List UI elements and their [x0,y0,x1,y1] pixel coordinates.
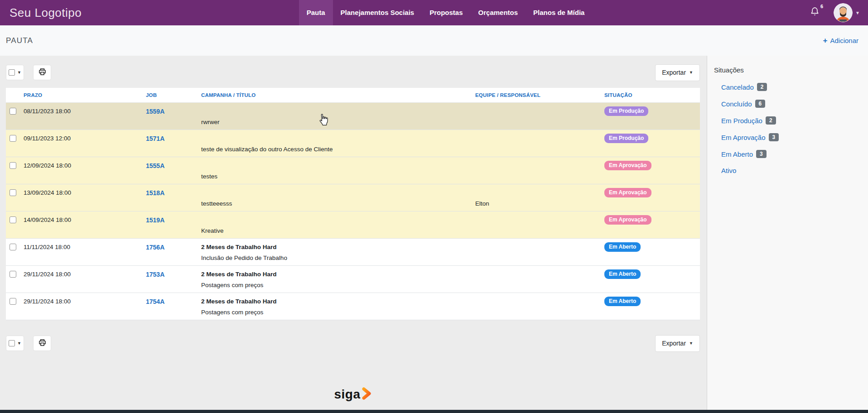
printer-icon [38,338,47,349]
nav-item[interactable]: Propostas [422,0,470,25]
status-badge: Em Aberto [604,242,641,252]
status-badge: Em Aprovação [604,188,651,197]
add-button-label: Adicionar [830,37,858,44]
add-button[interactable]: + Adicionar [823,37,858,44]
row-checkbox-cell [6,184,20,211]
export-button[interactable]: Exportar ▼ [655,335,700,352]
row-equipe-cell: Elton [472,184,601,211]
table-row[interactable]: 14/09/2024 18:00 1519A Kreative Em Aprov… [6,211,700,239]
job-link[interactable]: 1756A [146,244,164,251]
app-page: Seu Logotipo Pauta Planejamentos Sociais… [0,0,868,413]
situation-link[interactable]: Concluído [721,100,752,108]
select-all-dropdown-button[interactable]: ▼ [6,336,24,351]
table-row[interactable]: 12/09/2024 18:00 1555A testes Em Aprovaç… [6,157,700,184]
column-header-prazo[interactable]: PRAZO [20,88,142,103]
row-checkbox[interactable] [10,189,16,196]
table-row[interactable]: 11/11/2024 18:00 1756A 2 Meses de Trabal… [6,239,700,266]
siga-chevron-icon [362,387,372,402]
row-job-cell: 1754A [142,293,198,320]
notification-count-badge: 6 [820,4,823,9]
row-checkbox-cell [6,130,20,157]
row-equipe-cell [472,293,601,320]
row-checkbox[interactable] [10,244,16,250]
row-campanha-cell: rwrwer [198,103,472,130]
row-subtitulo: teste de visualização do outro Acesso de… [201,146,333,153]
chevron-down-icon: ▼ [689,70,693,75]
situation-link[interactable]: Em Aberto [721,150,753,158]
situation-item: Em Produção 2 [721,116,863,125]
row-prazo: 11/11/2024 18:00 [24,244,70,250]
select-all-checkbox[interactable] [9,69,15,76]
situation-count-badge: 6 [755,100,766,108]
situation-link[interactable]: Ativo [721,167,736,174]
pauta-table: PRAZO JOB CAMPANHA / TÍTULO EQUIPE / RES… [6,88,700,320]
job-link[interactable]: 1519A [146,216,164,224]
situation-link[interactable]: Em Produção [721,117,762,125]
export-button[interactable]: Exportar ▼ [655,64,700,81]
row-checkbox[interactable] [10,298,16,305]
row-checkbox[interactable] [10,135,16,142]
row-situacao-cell: Em Aberto [601,266,700,293]
row-prazo: 13/09/2024 18:00 [24,189,71,196]
chevron-down-icon: ▼ [17,70,21,75]
column-header-campanha[interactable]: CAMPANHA / TÍTULO [198,88,472,103]
nav-item-label: Planos de Mídia [533,9,584,16]
nav-item[interactable]: Planos de Mídia [526,0,592,25]
nav-item[interactable]: Planejamentos Sociais [333,0,422,25]
row-job-cell: 1559A [142,103,198,130]
row-checkbox-cell [6,103,20,130]
row-subtitulo: Inclusão de Pedido de Trabalho [201,255,287,261]
job-link[interactable]: 1754A [146,298,164,305]
table-row[interactable]: 29/11/2024 18:00 1753A 2 Meses de Trabal… [6,266,700,293]
row-prazo: 14/09/2024 18:00 [24,216,71,223]
row-checkbox[interactable] [10,271,16,278]
row-campanha-cell: testes [198,157,472,184]
header-checkbox-col [6,88,20,103]
print-button[interactable] [33,65,51,80]
select-all-checkbox[interactable] [9,340,15,346]
export-button-label: Exportar [662,340,686,347]
row-situacao-cell: Em Aprovação [601,211,700,239]
user-menu[interactable]: ▼ [834,3,860,22]
row-checkbox[interactable] [10,216,16,223]
nav-item[interactable]: Pauta [299,0,333,25]
table-row[interactable]: 08/11/2023 18:00 1559A rwrwer Em Produçã… [6,103,700,130]
row-prazo: 29/11/2024 18:00 [24,298,71,305]
situation-item: Em Aprovação 3 [721,133,863,141]
row-checkbox[interactable] [10,108,16,115]
row-titulo: 2 Meses de Trabalho Hard [201,271,277,278]
nav-item[interactable]: Orçamentos [471,0,526,25]
table-row[interactable]: 09/11/2023 12:00 1571A teste de visualiz… [6,130,700,157]
column-header-situacao[interactable]: SITUAÇÃO [601,88,700,103]
row-checkbox-cell [6,266,20,293]
status-badge: Em Aberto [604,269,641,279]
app-logo[interactable]: Seu Logotipo [0,0,82,25]
situation-link[interactable]: Cancelado [721,83,754,91]
job-link[interactable]: 1559A [146,108,164,115]
row-equipe-cell [472,157,601,184]
chevron-down-icon: ▼ [855,10,860,15]
main-content: ▼ Exportar ▼ [0,56,707,410]
table-row[interactable]: 29/11/2024 18:00 1754A 2 Meses de Trabal… [6,293,700,320]
table-header-row: PRAZO JOB CAMPANHA / TÍTULO EQUIPE / RES… [6,88,700,103]
job-link[interactable]: 1555A [146,162,164,169]
situation-item: Cancelado 2 [721,83,863,91]
situation-link[interactable]: Em Aprovação [721,134,766,141]
table-row[interactable]: 13/09/2024 18:00 1518A testteeesss Elton… [6,184,700,211]
column-header-equipe[interactable]: EQUIPE / RESPONSÁVEL [472,88,601,103]
row-prazo-cell: 14/09/2024 18:00 [20,211,142,239]
row-subtitulo: Kreative [201,227,224,234]
job-link[interactable]: 1571A [146,135,164,142]
column-header-job[interactable]: JOB [142,88,198,103]
notifications-button[interactable]: 6 [810,6,823,19]
select-all-dropdown-button[interactable]: ▼ [6,65,24,80]
row-job-cell: 1518A [142,184,198,211]
avatar [834,3,853,22]
toolbar-top: ▼ Exportar ▼ [6,65,700,80]
print-button[interactable] [33,336,51,351]
job-link[interactable]: 1518A [146,189,164,197]
row-situacao-cell: Em Aprovação [601,157,700,184]
siga-footer-logo: siga [6,387,700,402]
job-link[interactable]: 1753A [146,271,164,278]
row-checkbox[interactable] [10,162,16,169]
